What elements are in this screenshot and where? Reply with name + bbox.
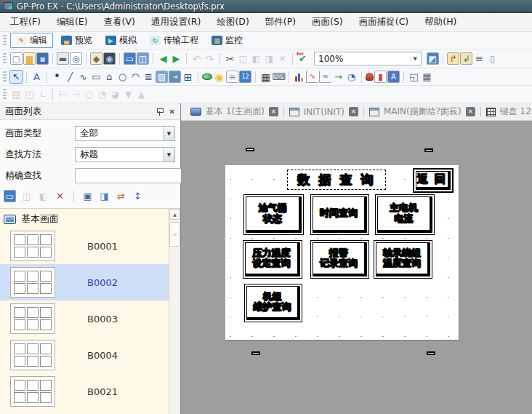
data-package-icon[interactable]: ◆	[90, 52, 102, 65]
display-mode-icon[interactable]: ▣	[81, 190, 94, 202]
change-attribute-icon[interactable]: ⇄	[115, 190, 127, 202]
search-input[interactable]	[75, 168, 191, 183]
scrollbar-thumb[interactable]: ≡	[169, 222, 180, 247]
line-graph-icon[interactable]: ∿	[306, 71, 318, 83]
transfer-screen-icon[interactable]: ↕	[132, 190, 144, 202]
transfer-receive-icon[interactable]: ↲	[460, 52, 472, 65]
menu-item-5[interactable]: 部件(P)	[265, 16, 296, 28]
switch-icon[interactable]	[202, 73, 212, 80]
selection-handle[interactable]	[424, 148, 433, 152]
arc-icon[interactable]: ◠	[129, 71, 142, 83]
menu-item-3[interactable]: 通用设置(R)	[151, 16, 201, 28]
edit-mode-button[interactable]: ✎编辑	[10, 33, 53, 48]
time-query-button[interactable]: 时间查询	[310, 194, 369, 235]
screen-list-item-B0001[interactable]: B0001	[0, 228, 169, 264]
tab-2[interactable]: MAIN(踢鄹拮?阂菽)✕	[364, 106, 480, 118]
alarm-part-icon[interactable]: ▮	[374, 71, 387, 83]
list-scrollbar[interactable]: ▲ ≡	[169, 209, 180, 414]
polygon-icon[interactable]: ⌂	[103, 71, 116, 83]
menu-item-6[interactable]: 画面(S)	[312, 16, 343, 28]
screen-list-item-B0002[interactable]: B0002	[0, 264, 169, 300]
prev-screen-icon[interactable]: ◀	[157, 52, 169, 65]
toolbar-grip[interactable]	[3, 71, 7, 82]
polyline-icon[interactable]: ∿	[77, 71, 89, 83]
editor-canvas[interactable]: 数 据 查 询 返 回 油气桶状态 时间查询 主电机电流 压力温度设定查询 报警…	[181, 121, 532, 414]
trend-graph-icon[interactable]: ≈	[319, 71, 331, 83]
screen-list-view-icon[interactable]: ◨	[98, 190, 110, 202]
toolbar-grip[interactable]	[3, 89, 7, 100]
screen-list-item-B0003[interactable]: B0003	[0, 300, 169, 337]
screen-list-item-B0021[interactable]: B0021	[0, 373, 169, 410]
alarm-record-query-button[interactable]: 报警记录查询	[310, 240, 369, 279]
line-icon[interactable]: ╱	[64, 71, 76, 83]
chevron-down-icon[interactable]: ▼	[163, 148, 174, 162]
close-icon[interactable]: ✕	[169, 108, 175, 116]
tab-close-icon[interactable]: ✕	[269, 107, 278, 116]
text-icon[interactable]: A	[31, 71, 43, 83]
cut-icon[interactable]: ✂	[224, 52, 236, 65]
monitor-mode-button[interactable]: ▦监控	[206, 33, 248, 47]
dot-icon[interactable]: •	[51, 71, 63, 83]
toolbar-grip[interactable]	[3, 53, 7, 64]
selection-handle[interactable]	[427, 351, 435, 355]
transfer-project-mode-button[interactable]: ↻传输工程	[145, 33, 203, 47]
tab-1[interactable]: INIT(INIT)✕	[284, 107, 363, 117]
window-parts-icon[interactable]: ◱	[408, 71, 420, 83]
screen-capture-icon[interactable]: ◉	[103, 52, 116, 65]
menu-item-1[interactable]: 编辑(E)	[57, 16, 88, 28]
transfer-send-icon[interactable]: ↱	[447, 52, 459, 65]
picture-icon[interactable]: ▨	[156, 71, 168, 83]
open-project-icon[interactable]: ▆	[23, 52, 36, 65]
tab-close-icon[interactable]: ✕	[466, 107, 475, 116]
new-project-icon[interactable]: ▢	[10, 52, 23, 65]
preview-mode-button[interactable]: ▄预览	[56, 33, 97, 47]
pin-icon[interactable]	[156, 108, 164, 116]
tab-0[interactable]: 基本 1(主画面)✕	[185, 106, 283, 118]
fit-screen-icon[interactable]: ◩	[427, 52, 439, 65]
scroll-up-button[interactable]: ▲	[169, 209, 180, 220]
clipped-icon[interactable]: ▯	[486, 52, 499, 65]
hmi-screen[interactable]: 数 据 查 询 返 回 油气桶状态 时间查询 主电机电流 压力温度设定查询 报警…	[225, 165, 459, 340]
search-method-dropdown[interactable]: 标题 ▼	[75, 147, 175, 162]
simulation-mode-button[interactable]: ▶模拟	[100, 33, 142, 47]
zoom-combobox[interactable]: 100% ▼	[314, 52, 422, 65]
screen-list-item-B0004[interactable]: B0004	[0, 337, 169, 373]
print-icon[interactable]: ▬	[57, 52, 69, 65]
date-display-icon[interactable]: 12	[239, 71, 251, 83]
bearing-winding-temp-query-button[interactable]: 轴承绕组温度查询	[374, 240, 432, 279]
group-header-base-screens[interactable]: 基本画面	[0, 209, 180, 228]
menu-item-4[interactable]: 绘图(D)	[217, 16, 249, 28]
chevron-down-icon[interactable]: ▼	[163, 127, 174, 140]
screen-call-icon[interactable]: ◄	[169, 71, 181, 83]
print-preview-icon[interactable]: ◎	[70, 52, 82, 65]
alarm-icon[interactable]	[366, 73, 374, 81]
tab-close-icon[interactable]: ✕	[349, 107, 358, 116]
bar-graph-icon[interactable]	[293, 71, 305, 83]
new-screen-icon[interactable]: ▭	[4, 190, 16, 202]
main-motor-current-button[interactable]: 主电机电流	[375, 194, 435, 235]
delete-screen-icon[interactable]: ✕	[54, 190, 66, 202]
unit-maintenance-query-button[interactable]: 机组维护查询	[244, 284, 302, 322]
screen-title-object[interactable]: 数 据 查 询	[287, 170, 386, 190]
oil-gas-barrel-status-button[interactable]: 油气桶状态	[243, 194, 304, 235]
selection-handle[interactable]	[246, 148, 254, 151]
screen-type-dropdown[interactable]: 全部 ▼	[75, 126, 175, 141]
flow-graph-icon[interactable]: →	[332, 71, 344, 83]
tab-3[interactable]: 键盘 12(Te	[481, 106, 532, 118]
next-screen-icon[interactable]: ▶	[170, 52, 182, 65]
project-settings-icon[interactable]: ≡	[473, 52, 485, 65]
rectangle-icon[interactable]: ▭	[90, 71, 102, 83]
select-cursor-icon[interactable]: ↖	[10, 71, 23, 83]
data-display-icon[interactable]: ▦	[259, 71, 272, 83]
text-display-icon[interactable]: A	[387, 71, 400, 83]
new-screen-icon[interactable]: ▭	[124, 52, 136, 65]
menu-item-7[interactable]: 画面捕捉(C)	[359, 16, 408, 28]
special-parts-icon[interactable]: ▦	[421, 71, 433, 83]
scale-icon[interactable]: ≣	[142, 71, 155, 83]
pressure-temp-setting-query-button[interactable]: 压力温度设定查询	[243, 240, 302, 279]
table-icon[interactable]: ⊞	[182, 71, 194, 83]
chevron-down-icon[interactable]: ▼	[410, 56, 417, 62]
selection-handle[interactable]	[251, 351, 260, 355]
menu-item-0[interactable]: 工程(F)	[10, 16, 41, 28]
toolbar-grip[interactable]	[3, 35, 7, 46]
